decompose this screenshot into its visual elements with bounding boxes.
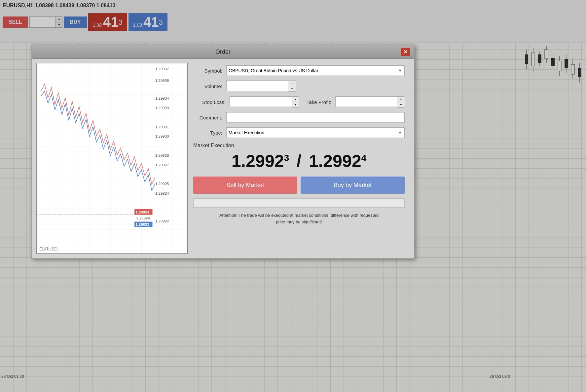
volume-field[interactable]: 0.01 [226,81,288,91]
svg-text:1.29936: 1.29936 [155,79,169,82]
order-dialog: Order ✕ 1.29937 1.29936 1.29934 1.29933 … [31,45,415,259]
comment-field[interactable] [226,112,405,123]
svg-text:1.29924: 1.29924 [135,210,149,214]
sl-tp-row: Stop Loss: 0.00000 ▲ ▼ Take Profit: 0.00… [193,96,405,108]
form-panel: Symbol: GBPUSD, Great Britain Pound vs U… [188,63,410,254]
action-buttons: Sell by Market Buy by Market [193,177,405,194]
chart-symbol-label: EURUSD, [39,246,59,251]
volume-down-btn[interactable]: ▼ [288,86,296,91]
sell-price-main: 1.2992 [232,151,284,171]
symbol-row: Symbol: GBPUSD, Great Britain Pound vs U… [193,65,405,76]
sl-down-btn[interactable]: ▼ [292,102,299,107]
type-select-wrapper: Market Execution Pending Order [226,127,405,138]
sell-by-market-button[interactable]: Sell by Market [193,177,297,194]
comment-label: Comment: [193,115,226,120]
symbol-label: Symbol: [193,68,226,74]
take-profit-spinner-group: 0.00000 ▲ ▼ [335,96,382,108]
price-chart-svg: 1.29937 1.29936 1.29934 1.29933 1.29931 … [37,63,187,253]
dialog-titlebar: Order ✕ [32,45,414,59]
type-label: Type: [193,130,226,136]
price-pair-display: 1.29923 / 1.29924 [193,152,405,171]
stop-loss-field[interactable]: 0.00000 [230,96,292,107]
svg-text:1.29930: 1.29930 [155,134,169,138]
attention-text: Attention! The trade will be executed at… [193,212,405,225]
buy-price-sup: 4 [361,153,367,163]
chart-panel: 1.29937 1.29936 1.29934 1.29933 1.29931 … [36,63,188,254]
tp-down-btn[interactable]: ▼ [397,102,405,107]
svg-text:1.29922: 1.29922 [155,219,169,223]
volume-spinner-group: 0.01 ▲ ▼ [226,81,273,92]
buy-by-market-button[interactable]: Buy by Market [301,177,405,194]
sl-spinners: ▲ ▼ [292,96,299,108]
svg-text:1.29931: 1.29931 [155,125,169,129]
buy-price-main: 1.2992 [309,151,361,171]
dialog-title: Order [45,49,401,55]
stop-loss-half: Stop Loss: 0.00000 ▲ ▼ [193,96,299,108]
volume-up-btn[interactable]: ▲ [288,81,296,86]
dialog-body: 1.29937 1.29936 1.29934 1.29933 1.29931 … [32,59,414,258]
type-select[interactable]: Market Execution Pending Order [226,127,405,138]
price-separator: / [294,151,309,171]
volume-row: Volume: 0.01 ▲ ▼ [193,81,405,92]
attention-line2: price may be significant! [193,219,405,225]
take-profit-half: Take Profit: 0.00000 ▲ ▼ [299,96,405,108]
type-row: Type: Market Execution Pending Order [193,127,405,138]
svg-rect-18 [38,63,186,253]
svg-text:1.29924: 1.29924 [155,191,169,195]
svg-text:1.29927: 1.29927 [155,163,169,167]
stop-loss-label: Stop Loss: [193,99,230,105]
svg-text:1.29923: 1.29923 [135,222,149,226]
volume-spinners: ▲ ▼ [288,81,296,92]
sl-up-btn[interactable]: ▲ [292,97,299,102]
dialog-close-button[interactable]: ✕ [401,48,410,56]
progress-bar [193,198,405,208]
attention-line1: Attention! The trade will be executed at… [193,212,405,219]
tp-spinners: ▲ ▼ [397,96,405,108]
svg-text:1.29925: 1.29925 [155,182,169,186]
volume-label: Volume: [193,83,226,89]
svg-text:1.29933: 1.29933 [155,106,169,110]
take-profit-label: Take Profit: [299,99,335,105]
tp-up-btn[interactable]: ▲ [397,97,405,102]
svg-text:1.29934: 1.29934 [155,96,169,100]
svg-text:1.29937: 1.29937 [155,67,169,71]
comment-row: Comment: [193,112,405,123]
symbol-select-wrapper: GBPUSD, Great Britain Pound vs US Dollar [226,65,405,76]
take-profit-field[interactable]: 0.00000 [335,96,397,107]
svg-text:1.29924: 1.29924 [136,216,150,220]
sell-price-sup: 3 [284,153,289,163]
market-exec-section-label: Market Execution [193,143,405,148]
symbol-select[interactable]: GBPUSD, Great Britain Pound vs US Dollar [226,65,405,76]
svg-text:1.29928: 1.29928 [155,153,169,157]
stop-loss-spinner-group: 0.00000 ▲ ▼ [230,96,276,108]
